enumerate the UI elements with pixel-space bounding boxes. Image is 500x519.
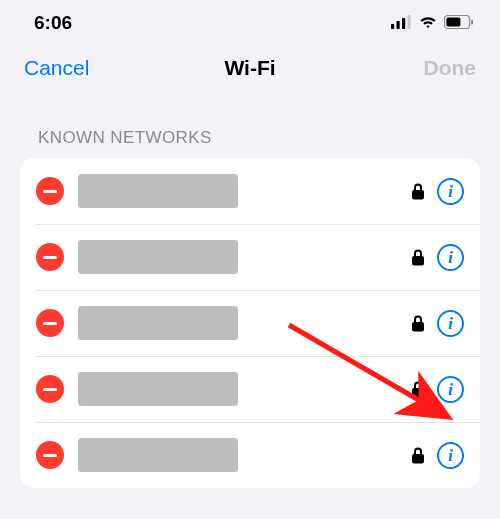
- cancel-button[interactable]: Cancel: [24, 56, 89, 80]
- delete-button[interactable]: [36, 441, 64, 469]
- svg-rect-12: [412, 322, 424, 332]
- lock-icon: [411, 249, 425, 266]
- info-button[interactable]: i: [437, 442, 464, 469]
- network-row[interactable]: i: [20, 422, 480, 488]
- network-name-redacted: [78, 174, 238, 208]
- status-icons: [391, 12, 474, 34]
- svg-rect-16: [412, 454, 424, 464]
- known-networks-list: i i i i: [20, 158, 480, 488]
- network-row[interactable]: i: [20, 224, 480, 290]
- lock-icon: [411, 315, 425, 332]
- delete-button[interactable]: [36, 177, 64, 205]
- battery-icon: [444, 12, 474, 34]
- network-name-redacted: [78, 372, 238, 406]
- cellular-icon: [391, 12, 412, 34]
- network-row[interactable]: i: [20, 356, 480, 422]
- lock-icon: [411, 381, 425, 398]
- minus-icon: [43, 256, 57, 259]
- svg-rect-3: [408, 15, 411, 29]
- network-name-redacted: [78, 438, 238, 472]
- info-button[interactable]: i: [437, 244, 464, 271]
- svg-rect-11: [43, 322, 57, 325]
- minus-icon: [43, 190, 57, 193]
- svg-rect-1: [397, 21, 400, 29]
- svg-rect-2: [402, 18, 405, 29]
- delete-button[interactable]: [36, 309, 64, 337]
- svg-rect-14: [412, 388, 424, 398]
- section-header: KNOWN NETWORKS: [0, 100, 500, 158]
- wifi-icon: [418, 12, 438, 34]
- svg-rect-7: [43, 190, 57, 193]
- network-name-redacted: [78, 240, 238, 274]
- page-title: Wi-Fi: [224, 56, 275, 80]
- svg-rect-8: [412, 190, 424, 200]
- svg-rect-9: [43, 256, 57, 259]
- network-row[interactable]: i: [20, 290, 480, 356]
- info-button[interactable]: i: [437, 376, 464, 403]
- lock-icon: [411, 447, 425, 464]
- svg-rect-6: [471, 20, 473, 25]
- info-button[interactable]: i: [437, 310, 464, 337]
- svg-rect-13: [43, 388, 57, 391]
- svg-rect-5: [446, 17, 460, 26]
- status-time: 6:06: [34, 12, 72, 34]
- svg-rect-0: [391, 24, 394, 29]
- delete-button[interactable]: [36, 243, 64, 271]
- done-button: Done: [424, 56, 477, 80]
- network-name-redacted: [78, 306, 238, 340]
- nav-bar: Cancel Wi-Fi Done: [0, 40, 500, 100]
- delete-button[interactable]: [36, 375, 64, 403]
- svg-rect-10: [412, 256, 424, 266]
- info-button[interactable]: i: [437, 178, 464, 205]
- lock-icon: [411, 183, 425, 200]
- svg-rect-15: [43, 454, 57, 457]
- minus-icon: [43, 454, 57, 457]
- minus-icon: [43, 388, 57, 391]
- minus-icon: [43, 322, 57, 325]
- status-bar: 6:06: [0, 0, 500, 40]
- network-row[interactable]: i: [20, 158, 480, 224]
